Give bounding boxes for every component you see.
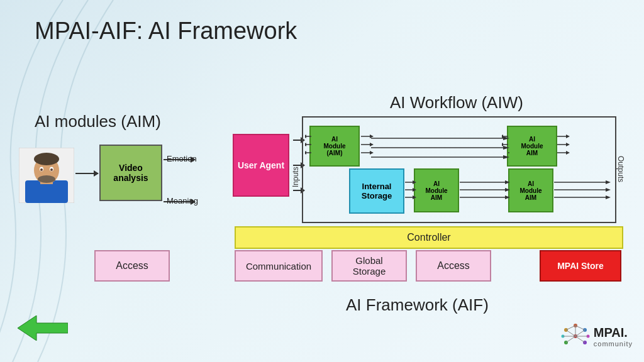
aim-section-label: AI modules (AIM) [35, 112, 161, 131]
aim-box-2: AI Module AIM [507, 126, 557, 167]
svg-marker-45 [505, 195, 510, 199]
svg-point-9 [50, 168, 53, 171]
aim-box-4: AI Module AIM [508, 168, 553, 212]
svg-marker-13 [305, 143, 306, 146]
svg-line-70 [575, 336, 585, 343]
svg-marker-15 [305, 151, 306, 155]
outputs-label: Outputs [616, 156, 625, 187]
back-arrow[interactable] [18, 315, 68, 343]
svg-marker-33 [566, 151, 570, 155]
svg-marker-49 [606, 188, 611, 192]
inputs-label: Inputs [291, 156, 300, 187]
emotion-label: Emotion [167, 154, 197, 163]
mpai-store-box: MPAI Store [540, 250, 621, 282]
svg-marker-43 [505, 188, 510, 192]
svg-marker-58 [18, 315, 68, 341]
communication-box: Communication [235, 250, 323, 282]
aim-box-1: AI Module (AIM) [309, 126, 360, 167]
svg-line-67 [566, 330, 575, 336]
aiw-label: AI Workflow (AIW) [390, 93, 523, 112]
svg-marker-55 [503, 146, 509, 150]
video-analysis-box: Video analysis [99, 145, 162, 201]
svg-marker-11 [305, 134, 306, 138]
svg-marker-57 [503, 155, 509, 159]
arrow-avatar-to-video [75, 173, 98, 174]
avatar [19, 148, 74, 203]
svg-marker-51 [606, 195, 611, 199]
aim2-output-arrows [557, 129, 570, 163]
aim4-output-arrows [554, 176, 611, 207]
page-title: MPAI-AIF: AI Framework [35, 18, 297, 45]
svg-marker-31 [566, 143, 570, 146]
access-left-box: Access [94, 250, 170, 282]
svg-marker-29 [566, 134, 570, 138]
svg-line-74 [566, 326, 575, 330]
svg-marker-39 [413, 195, 416, 199]
svg-point-5 [38, 175, 55, 183]
svg-marker-47 [606, 180, 611, 184]
user-agent-box: User Agent [233, 134, 289, 197]
internal-storage-box: Internal Storage [349, 168, 404, 214]
svg-marker-41 [505, 180, 510, 184]
svg-line-75 [575, 326, 585, 330]
global-storage-box: Global Storage [331, 250, 407, 282]
aif-label: AI Framework (AIF) [346, 295, 489, 315]
aim1-input-arrows [305, 129, 313, 163]
svg-marker-53 [503, 136, 509, 140]
meaning-label: Meaning [167, 196, 198, 206]
aim3-aim4-arrows [460, 176, 510, 207]
svg-marker-37 [413, 188, 416, 192]
svg-line-69 [566, 336, 575, 343]
svg-point-8 [40, 168, 43, 171]
aim1-aim2-connector [371, 132, 509, 163]
storage-aim3-arrows [405, 176, 416, 207]
mpai-logo: MPAI. community [560, 322, 633, 351]
aim-box-3: AI Module AIM [414, 168, 459, 212]
access-right-box: Access [416, 250, 491, 282]
svg-marker-35 [413, 180, 416, 184]
svg-point-4 [34, 153, 59, 165]
svg-line-68 [575, 330, 585, 336]
controller-bar: Controller [235, 226, 623, 249]
